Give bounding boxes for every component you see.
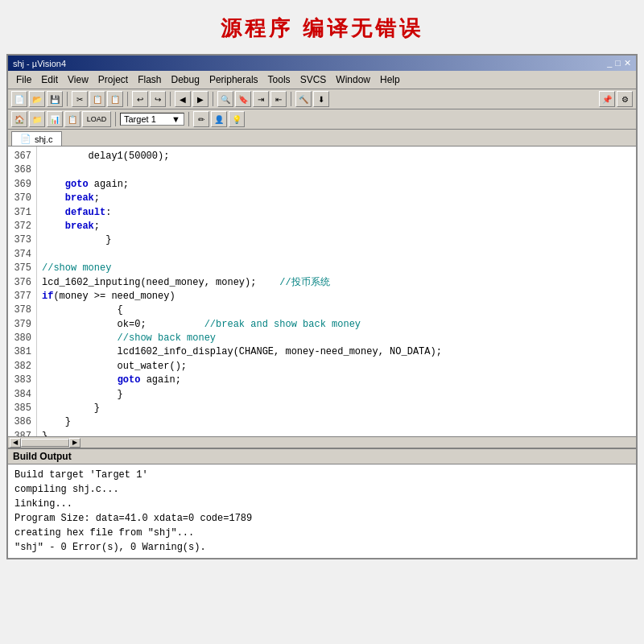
- code-token: {: [42, 304, 123, 316]
- outdent-button[interactable]: ⇤: [270, 91, 287, 107]
- line-number: 376: [11, 276, 31, 290]
- code-line: goto again;: [42, 178, 631, 192]
- pin-button[interactable]: 📌: [599, 91, 615, 107]
- tab-bar: 📄 shj.c: [8, 130, 636, 147]
- build-output-line: "shj" - 0 Error(s), 0 Warning(s).: [14, 540, 630, 555]
- download-button[interactable]: ⬇: [313, 91, 329, 107]
- toolbar-sep-1: [67, 92, 68, 106]
- paste-button[interactable]: 📋: [107, 91, 123, 107]
- back-button[interactable]: ◀: [175, 91, 191, 107]
- tb2-btn5[interactable]: LOAD: [82, 111, 111, 127]
- toolbar2-sep2: [188, 112, 189, 126]
- code-token: ok=0;: [42, 319, 147, 330]
- menu-file[interactable]: File: [11, 72, 36, 87]
- tb2-btn2[interactable]: 📁: [29, 111, 45, 127]
- page-title: 源程序 编译无错误: [0, 0, 644, 54]
- code-content[interactable]: delay1(50000); goto again; break; defaul…: [37, 147, 636, 436]
- target-dropdown[interactable]: Target 1 ▼: [120, 113, 184, 126]
- tb2-btn1[interactable]: 🏠: [11, 111, 27, 127]
- build-output-line: Build target 'Target 1': [14, 468, 630, 482]
- toolbar-sep-4: [213, 92, 213, 106]
- menu-help[interactable]: Help: [375, 72, 405, 87]
- line-number: 367: [11, 150, 31, 163]
- tools-btn2[interactable]: 👤: [211, 111, 227, 127]
- tab-shj-c[interactable]: 📄 shj.c: [11, 131, 62, 146]
- build-output-content: Build target 'Target 1'compiling shj.c..…: [8, 464, 636, 558]
- menu-flash[interactable]: Flash: [133, 72, 166, 87]
- minimize-icon[interactable]: _: [607, 58, 612, 68]
- code-token: }: [42, 416, 71, 427]
- bookmark-button[interactable]: 🔖: [235, 91, 251, 107]
- scroll-left-button[interactable]: ◀: [10, 438, 21, 448]
- build-output-line: linking...: [14, 497, 630, 511]
- title-bar: shj - µVision4 _ □ ✕: [8, 56, 636, 71]
- build-button[interactable]: 🔨: [295, 91, 312, 107]
- tb2-btn4[interactable]: 📋: [64, 111, 80, 127]
- code-token: //break and show back money: [147, 319, 361, 330]
- code-token: lcd1602_info_display(CHANGE, money-need_…: [42, 346, 442, 357]
- code-area: 3673683693703713723733743753763773783793…: [8, 147, 636, 436]
- line-numbers: 3673683693703713723733743753763773783793…: [8, 147, 37, 436]
- code-line: [42, 163, 631, 177]
- code-token: :: [105, 207, 111, 218]
- tools-btn3[interactable]: 💡: [229, 111, 245, 127]
- line-number: 372: [11, 220, 31, 233]
- target-label: Target 1: [124, 114, 156, 124]
- menu-bar: File Edit View Project Flash Debug Perip…: [8, 71, 636, 89]
- line-number: 374: [11, 248, 31, 262]
- new-file-button[interactable]: 📄: [11, 91, 27, 107]
- menu-peripherals[interactable]: Peripherals: [204, 72, 263, 87]
- tools-btn1[interactable]: ✏: [193, 111, 209, 127]
- code-token: [42, 221, 65, 232]
- toolbar-sep-2: [127, 92, 128, 106]
- line-number: 378: [11, 303, 31, 317]
- line-number: 382: [11, 360, 31, 374]
- settings-button[interactable]: ⚙: [617, 91, 633, 107]
- code-token: //投币系统: [256, 277, 329, 288]
- code-token: goto: [65, 179, 89, 190]
- code-line: break;: [42, 220, 631, 233]
- save-button[interactable]: 💾: [47, 91, 63, 107]
- code-token: (money >= need_money): [53, 291, 175, 302]
- menu-window[interactable]: Window: [331, 72, 375, 87]
- indent-button[interactable]: ⇥: [253, 91, 269, 107]
- menu-view[interactable]: View: [63, 72, 93, 87]
- code-token: break: [65, 192, 94, 204]
- close-icon[interactable]: ✕: [624, 58, 631, 68]
- open-file-button[interactable]: 📂: [29, 91, 45, 107]
- menu-svcs[interactable]: SVCS: [295, 72, 332, 87]
- code-line: //show money: [42, 262, 631, 275]
- menu-edit[interactable]: Edit: [36, 72, 63, 87]
- tab-label: shj.c: [35, 134, 53, 144]
- maximize-icon[interactable]: □: [615, 58, 621, 68]
- redo-button[interactable]: ↪: [150, 91, 166, 107]
- horizontal-scrollbar[interactable]: ◀ ▶: [8, 436, 636, 448]
- cut-button[interactable]: ✂: [72, 91, 88, 107]
- code-token: [42, 192, 65, 204]
- code-line: [42, 248, 631, 262]
- code-token: }: [42, 389, 123, 400]
- line-number: 370: [11, 192, 31, 205]
- code-token: //show back money: [42, 332, 216, 344]
- menu-debug[interactable]: Debug: [167, 72, 204, 87]
- line-number: 385: [11, 402, 31, 415]
- forward-button[interactable]: ▶: [192, 91, 208, 107]
- code-token: if: [42, 291, 53, 302]
- scroll-thumb[interactable]: [21, 439, 69, 447]
- search-button[interactable]: 🔍: [217, 91, 233, 107]
- scroll-right-button[interactable]: ▶: [69, 438, 80, 448]
- code-token: [42, 179, 65, 190]
- line-number: 371: [11, 206, 31, 220]
- copy-button[interactable]: 📋: [89, 91, 105, 107]
- menu-project[interactable]: Project: [93, 72, 133, 87]
- line-number: 373: [11, 233, 31, 247]
- undo-button[interactable]: ↩: [132, 91, 148, 107]
- menu-tools[interactable]: Tools: [263, 72, 295, 87]
- line-number: 381: [11, 345, 31, 359]
- code-line: out_water();: [42, 360, 631, 374]
- code-token: }: [42, 431, 47, 436]
- code-token: [42, 374, 118, 386]
- line-number: 384: [11, 388, 31, 402]
- tb2-btn3[interactable]: 📊: [47, 111, 63, 127]
- line-number: 377: [11, 290, 31, 303]
